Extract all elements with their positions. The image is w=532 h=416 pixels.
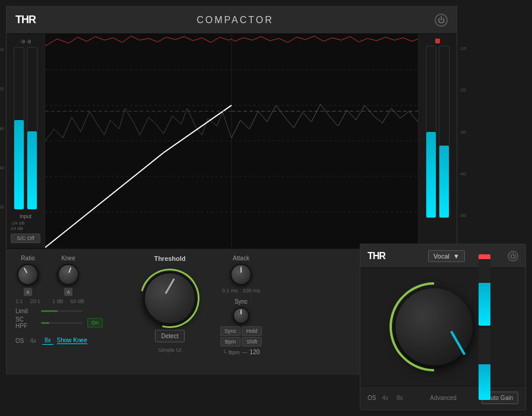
meter-label-30: -30 [0, 126, 4, 131]
bpm-dash2: — [242, 349, 248, 355]
output-fill-left [426, 132, 436, 218]
output-fill-right [439, 146, 449, 218]
center-controls: Threshold Detect Simple UI [143, 255, 197, 369]
bpm-value: 120 [250, 349, 260, 355]
sc-hpf-row: SC HPF On [15, 316, 134, 329]
sc-off-button[interactable]: S/C Off [11, 234, 40, 243]
sc-hpf-slider[interactable] [41, 322, 83, 324]
limit-label: Limit [15, 308, 36, 314]
input-meter: -9 -9 -10 -20 -30 -40 -50 Input [7, 34, 45, 248]
small-os-8x-button[interactable]: 8x [394, 394, 406, 402]
knee-max: 60 dB [71, 298, 85, 304]
main-display [45, 34, 418, 248]
shift-button[interactable]: Shift [242, 337, 262, 346]
power-button[interactable]: ⏻ [435, 14, 448, 27]
ratio-knob[interactable] [13, 260, 42, 289]
out-label-20: -20 [459, 87, 466, 93]
waveform-display [45, 34, 418, 248]
small-plugin-bottom: OS 4x 8x Advanced Auto Gain [360, 386, 525, 409]
main-header: THR COMPACTOR ⏻ [7, 7, 457, 34]
show-knee-button[interactable]: Show Knee [57, 337, 87, 344]
sync-knob[interactable] [233, 307, 249, 324]
threshold-label: Threshold [154, 255, 185, 262]
sc-hpf-label: SC HPF [15, 316, 36, 329]
attack-max: 100 ms [243, 288, 261, 294]
visualizer-section: -9 -9 -10 -20 -30 -40 -50 Input [7, 34, 457, 248]
attack-label: Attack [233, 255, 249, 261]
input-level-right: -9 [26, 39, 31, 45]
plugin-title: COMPACTOR [197, 15, 274, 26]
detect-button[interactable]: Detect [155, 330, 185, 342]
small-os-4x-button[interactable]: 4x [379, 394, 391, 402]
input-label: Input [20, 213, 31, 219]
attack-group: Attack 0.1 ms 100 ms [205, 255, 277, 294]
small-output-meter-right [479, 329, 490, 400]
os-controls: OS 4x 8x Show Knee [15, 336, 134, 345]
left-controls: Ratio A 1:1 20:1 Knee A 1 dB [15, 255, 134, 369]
os-4x-button[interactable]: 4x [27, 337, 39, 345]
small-output-meter-left [479, 254, 490, 326]
output-meter-bar-left [426, 46, 436, 218]
bpm-button[interactable]: Bpm [220, 337, 240, 346]
ratio-min: 1:1 [15, 298, 23, 304]
knee-knob[interactable] [55, 261, 82, 288]
ratio-a-indicator[interactable]: A [24, 288, 32, 296]
bpm-label-text: Bpm [229, 349, 240, 355]
small-meter-fill-right [479, 364, 490, 400]
limit-row: Limit [15, 308, 134, 314]
main-gain-knob[interactable] [395, 288, 473, 365]
meter-label-20: -20 [0, 86, 4, 92]
ratio-max: 20:1 [30, 298, 41, 304]
small-plugin-header: THR Vocal ▼ ⏻ [360, 244, 525, 268]
hold-button[interactable]: Hold [242, 326, 262, 336]
chevron-down-icon: ▼ [453, 253, 460, 260]
small-meter-fill-left [479, 283, 490, 326]
os-label: OS [15, 338, 24, 344]
bpm-dash: └ [223, 349, 226, 355]
input-meter-bar-right [27, 47, 37, 210]
limit-slider[interactable] [41, 310, 83, 312]
out-label-50: -50 [459, 213, 466, 218]
knee-range: 1 dB 60 dB [52, 298, 84, 304]
small-thr-logo: THR [368, 251, 385, 261]
sync-section: Sync Sync Hold Bpm Shift └ Bpm — 120 [205, 298, 277, 355]
db-max-label: 24 dB [11, 226, 23, 231]
os-8x-button[interactable]: 8x [42, 336, 53, 345]
small-plugin-content [360, 268, 525, 386]
thr-logo: THR [15, 14, 36, 26]
output-meter-bar-right [439, 46, 449, 218]
ratio-group: Ratio A 1:1 20:1 [15, 255, 40, 304]
meter-fill-right [27, 131, 37, 209]
threshold-knob[interactable] [143, 272, 197, 325]
small-power-button[interactable]: ⏻ [508, 251, 518, 261]
out-label-10: -10 [459, 46, 466, 51]
knee-a-indicator[interactable]: A [64, 288, 72, 296]
sync-buttons: Sync Hold Bpm Shift [220, 326, 262, 346]
meter-label-40: -40 [0, 165, 4, 171]
ratio-label: Ratio [21, 255, 34, 261]
on-button[interactable]: On [87, 318, 103, 327]
attack-knob[interactable] [230, 264, 252, 285]
preset-dropdown[interactable]: Vocal ▼ [428, 250, 465, 262]
bpm-row: └ Bpm — 120 [223, 349, 260, 355]
right-controls: Attack 0.1 ms 100 ms Sync Sync Hold Bpm [205, 255, 277, 369]
small-os-controls: OS 4x 8x [368, 394, 406, 402]
advanced-label: Advanced [430, 395, 456, 401]
out-label-40: -40 [459, 171, 466, 177]
knee-min: 1 dB [52, 298, 64, 304]
ratio-range: 1:1 20:1 [15, 298, 40, 304]
small-clip-indicator [479, 254, 490, 259]
preset-label: Vocal [433, 253, 449, 260]
small-os-label: OS [368, 395, 376, 401]
ratio-knee-row: Ratio A 1:1 20:1 Knee A 1 dB [15, 255, 134, 304]
meter-fill-left [14, 120, 24, 209]
small-meter-section [479, 254, 490, 400]
db-min-label: -24 dB [11, 220, 25, 226]
limit-section: Limit SC HPF On [15, 308, 134, 329]
out-label-30: -30 [459, 130, 466, 135]
output-meter: -10 -20 -30 -40 -50 [418, 34, 457, 248]
sync-button[interactable]: Sync [220, 326, 240, 336]
input-level-left: -9 [20, 39, 25, 45]
attack-min: 0.1 ms [222, 288, 238, 294]
knee-group: Knee A 1 dB 60 dB [52, 255, 84, 304]
